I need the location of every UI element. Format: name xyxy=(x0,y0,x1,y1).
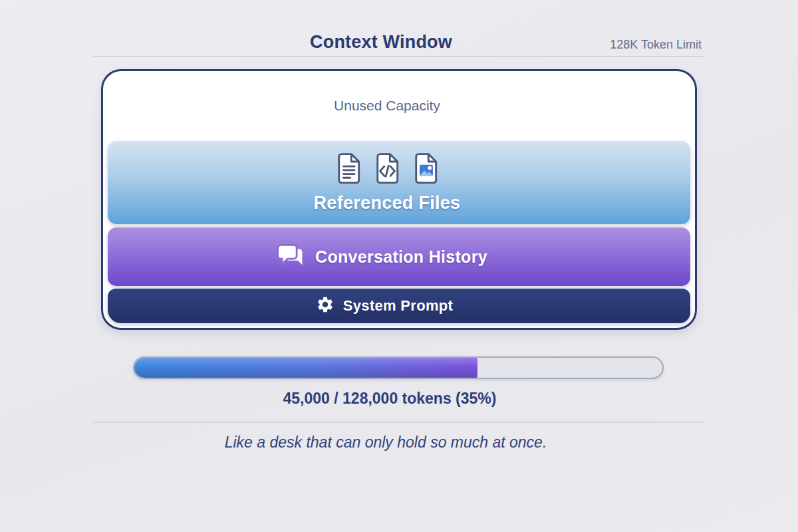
tokens-usage-label: 45,000 / 128,000 tokens (35%) xyxy=(0,390,789,408)
system-prompt-label: System Prompt xyxy=(343,297,453,315)
header-divider xyxy=(93,56,705,57)
file-icons-row xyxy=(336,152,438,187)
section-referenced-files: Referenced Files xyxy=(108,141,690,224)
referenced-files-label: Referenced Files xyxy=(314,193,461,213)
token-limit-label: 128K Token Limit xyxy=(610,38,702,52)
progress-fill xyxy=(134,358,477,378)
section-system-prompt: System Prompt xyxy=(108,289,690,323)
caption-text: Like a desk that can only hold so much a… xyxy=(0,434,785,452)
code-file-icon xyxy=(374,152,400,187)
context-window-diagram: Context Window 128K Token Limit Unused C… xyxy=(0,0,798,532)
document-file-icon xyxy=(336,152,361,187)
chat-bubbles-icon xyxy=(276,243,305,271)
gear-icon xyxy=(316,295,334,317)
token-usage-progress-bar xyxy=(133,356,664,379)
section-conversation-history: Conversation History xyxy=(108,227,690,286)
caption-divider xyxy=(93,422,705,423)
image-file-icon xyxy=(413,152,438,187)
conversation-history-label: Conversation History xyxy=(315,247,487,267)
context-window-box: Unused Capacity xyxy=(101,69,697,330)
unused-capacity-label: Unused Capacity xyxy=(91,98,683,114)
